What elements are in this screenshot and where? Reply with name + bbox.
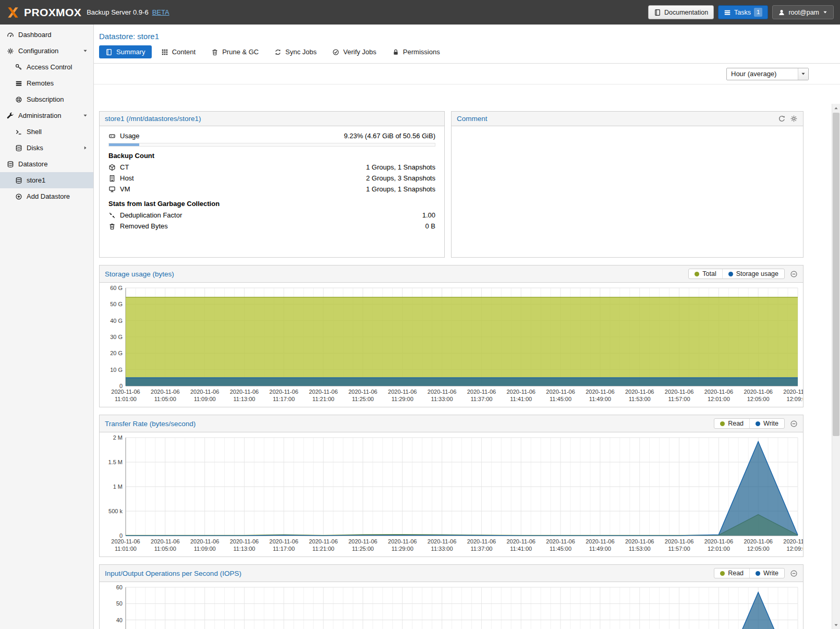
sidebar-item-datastore[interactable]: Datastore [0,156,93,172]
svg-text:2020-11-0611:17:00: 2020-11-0611:17:00 [270,389,298,402]
legend-item-write[interactable]: Write [749,568,784,578]
sidebar-item-administration[interactable]: Administration [0,107,93,124]
building-icon [108,175,116,182]
sidebar-item-add-datastore[interactable]: Add Datastore [0,188,93,204]
legend-item-read[interactable]: Read [714,419,749,428]
sidebar-item-access-control[interactable]: Access Control [0,59,93,75]
scroll-thumb[interactable] [833,113,839,436]
user-menu-button[interactable]: root@pam [772,5,834,19]
dashboard-gauge-icon [7,31,14,39]
svg-text:2020-11-0611:29:00: 2020-11-0611:29:00 [388,389,417,402]
gear-icon [790,115,798,123]
svg-text:2020-11-0611:53:00: 2020-11-0611:53:00 [625,389,654,402]
usage-progress-fill [109,143,139,146]
sidebar-item-remotes[interactable]: Remotes [0,75,93,91]
sidebar-item-store1[interactable]: store1 [0,172,93,188]
legend-label: Write [763,420,778,427]
svg-text:2020-11-0611:01:00: 2020-11-0611:01:00 [111,538,140,552]
legend-item-storage-usage[interactable]: Storage usage [722,269,784,279]
tab-verify-jobs[interactable]: Verify Jobs [326,45,383,58]
hdd-icon [108,132,116,140]
sidebar-item-disks[interactable]: Disks [0,140,93,156]
svg-text:2020-11-0611:37:00: 2020-11-0611:37:00 [467,389,496,402]
sidebar-item-dashboard[interactable]: Dashboard [0,27,93,43]
sidebar-item-subscription[interactable]: Subscription [0,91,93,107]
tab-permissions[interactable]: Permissions [386,45,446,58]
scroll-up-button[interactable] [832,104,840,112]
legend-item-total[interactable]: Total [689,269,722,279]
svg-text:2020-11-0611:45:00: 2020-11-0611:45:00 [546,389,575,402]
main-content: Datastore: store1 Summary Content Prune … [94,25,840,629]
tasks-label: Tasks [734,9,751,16]
legend-item-read[interactable]: Read [714,568,749,578]
transfer-chart-legend: Read Write [714,418,785,429]
svg-text:10 G: 10 G [110,367,123,373]
settings-button[interactable] [790,115,798,123]
legend-dot [695,272,699,276]
svg-text:2020-11-0611:21:00: 2020-11-0611:21:00 [309,389,337,402]
comment-panel: Comment [451,111,804,258]
legend-dot [728,272,733,276]
tab-summary[interactable]: Summary [99,45,152,58]
check-circle-icon [332,49,339,56]
trash-icon [108,223,116,230]
svg-text:20 G: 20 G [110,350,123,356]
svg-text:1 M: 1 M [113,483,123,490]
removed-label: Removed Bytes [120,222,168,230]
svg-text:2020-11-0611:25:00: 2020-11-0611:25:00 [348,538,377,552]
tab-label: Content [172,48,196,56]
collapse-minus-icon [790,420,798,428]
timeframe-select[interactable]: Hour (average) [726,68,809,80]
usage-row: Usage 9.23% (4.67 GiB of 50.56 GiB) [108,130,435,141]
refresh-button[interactable] [778,115,786,123]
tasks-button[interactable]: Tasks 1 [718,5,768,19]
summary-panel-title: store1 (/mnt/datastores/store1) [105,115,201,123]
scrollbar[interactable] [832,104,840,629]
svg-text:2020-11-0612:01:00: 2020-11-0612:01:00 [704,389,733,402]
ct-count-row: CT 1 Groups, 1 Snapshots [108,162,435,173]
svg-text:2020-11-0611:57:00: 2020-11-0611:57:00 [665,389,693,402]
combo-trigger[interactable] [798,68,808,80]
collapse-button[interactable] [790,270,798,278]
legend-label: Read [728,420,744,427]
tasks-list-icon [724,9,731,16]
brand: PROXMOX [6,6,81,19]
svg-text:0: 0 [119,383,123,389]
svg-text:2020-11-0611:41:00: 2020-11-0611:41:00 [507,389,535,402]
host-label: Host [120,174,134,182]
timeframe-value: Hour (average) [727,70,798,78]
svg-text:500 k: 500 k [108,508,123,514]
storage-usage-chart: 2020-11-0611:01:002020-11-0611:05:002020… [100,283,803,407]
sync-icon [274,49,282,56]
iops-panel: Input/Output Operations per Second (IOPS… [99,564,804,629]
tab-bar: Summary Content Prune & GC Sync Jobs Ver… [94,41,840,64]
scroll-down-button[interactable] [832,621,840,629]
iops-chart: 2020-11-0611:01:002020-11-0611:05:002020… [100,582,803,629]
removed-value: 0 B [425,222,435,230]
collapse-minus-icon [790,270,798,278]
legend-label: Read [728,570,744,577]
svg-text:60 G: 60 G [110,285,123,291]
ct-label: CT [120,163,129,171]
page-title: Datastore: store1 [94,25,840,41]
collapse-button[interactable] [790,570,798,577]
usage-progress-bar [108,143,435,147]
transfer-chart-title: Transfer Rate (bytes/second) [105,420,196,428]
tab-label: Permissions [403,48,440,56]
tab-sync-jobs[interactable]: Sync Jobs [268,45,323,58]
sidebar-item-label: Shell [27,128,42,136]
scroll-area: store1 (/mnt/datastores/store1) Usage 9.… [94,104,832,629]
backup-count-heading: Backup Count [108,152,435,160]
svg-text:2020-11-0611:13:00: 2020-11-0611:13:00 [230,389,259,402]
tab-content[interactable]: Content [155,45,202,58]
documentation-button[interactable]: Documentation [648,5,714,19]
tab-prune-gc[interactable]: Prune & GC [205,45,265,58]
chevron-down-icon [82,48,88,54]
sidebar-item-configuration[interactable]: Configuration [0,43,93,59]
beta-link[interactable]: BETA [152,8,169,16]
svg-text:1.5 M: 1.5 M [108,459,123,465]
comment-body[interactable] [452,126,803,135]
collapse-button[interactable] [790,420,798,428]
legend-item-write[interactable]: Write [749,419,784,428]
sidebar-item-shell[interactable]: Shell [0,124,93,140]
